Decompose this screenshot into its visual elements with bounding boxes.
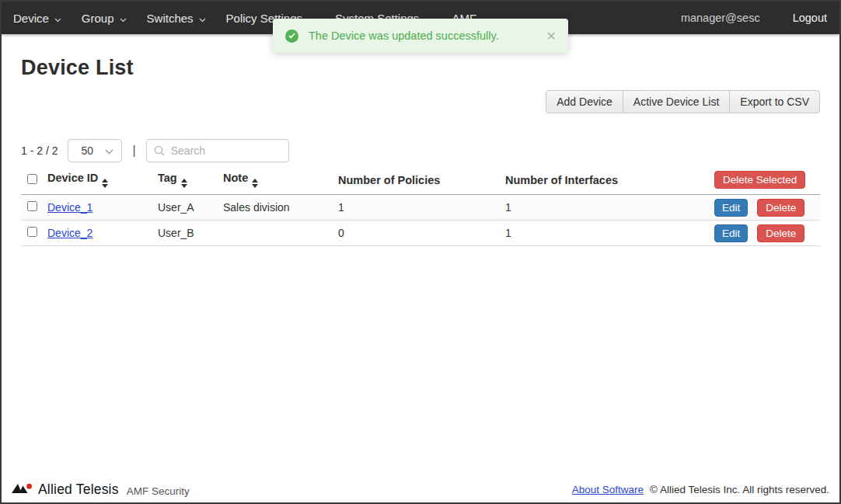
check-circle-icon — [285, 30, 298, 43]
tag-cell: User_B — [158, 221, 223, 246]
close-icon[interactable]: × — [546, 28, 556, 43]
column-label: Tag — [158, 172, 177, 184]
column-header-policies: Number of Policies — [338, 168, 505, 195]
device-table: Device ID Tag Note Number of Policies Nu… — [21, 168, 820, 246]
sort-icon — [102, 179, 108, 188]
delete-selected-button[interactable]: Delete Selected — [714, 171, 805, 189]
add-device-button[interactable]: Add Device — [546, 90, 623, 113]
search-input[interactable] — [146, 139, 289, 162]
column-label: Number of Policies — [338, 174, 440, 186]
nav-item-device[interactable]: Device — [3, 2, 72, 34]
device-link[interactable]: Device_2 — [47, 227, 92, 239]
result-range-label: 1 - 2 / 2 — [21, 144, 58, 157]
column-header-tag[interactable]: Tag — [158, 168, 223, 195]
column-label: Device ID — [47, 172, 98, 184]
chevron-down-icon — [120, 12, 127, 25]
sort-icon — [181, 179, 187, 188]
note-cell — [223, 221, 338, 246]
edit-button[interactable]: Edit — [714, 199, 748, 217]
brand-name: Allied Telesis — [38, 481, 119, 498]
active-device-list-button[interactable]: Active Device List — [623, 90, 730, 113]
toast-message: The Device was updated successfully. — [309, 30, 499, 42]
about-software-link[interactable]: About Software — [572, 484, 644, 495]
logged-in-user: manager@sesc — [681, 12, 760, 24]
page-size-select[interactable]: 50 — [68, 139, 122, 162]
chevron-down-icon — [199, 12, 206, 25]
toolbar: Add Device Active Device List Export to … — [21, 90, 820, 113]
column-label: Note — [223, 172, 248, 184]
nav-item-label: Group — [82, 12, 114, 25]
sort-icon — [252, 179, 258, 188]
nav-item-group[interactable]: Group — [72, 2, 137, 34]
list-controls: 1 - 2 / 2 50 | — [21, 139, 820, 162]
policies-cell: 1 — [338, 195, 505, 221]
nav-item-switches[interactable]: Switches — [137, 2, 216, 34]
nav-item-label: Device — [13, 12, 49, 25]
select-all-checkbox[interactable] — [27, 174, 37, 184]
page-title: Device List — [21, 56, 820, 80]
tag-cell: User_A — [158, 195, 223, 221]
chevron-down-icon — [54, 12, 61, 25]
table-row: Device_1 User_A Sales division 1 1 EditD… — [21, 195, 820, 221]
column-header-note[interactable]: Note — [223, 168, 338, 195]
export-to-csv-button[interactable]: Export to CSV — [729, 90, 820, 113]
column-label: Number of Interfaces — [505, 174, 618, 186]
policies-cell: 0 — [338, 221, 505, 246]
copyright-text: © Allied Telesis Inc. All rights reserve… — [650, 484, 829, 495]
product-name: AMF Security — [127, 485, 190, 497]
logout-link[interactable]: Logout — [793, 12, 827, 24]
chevron-down-icon — [105, 144, 113, 158]
column-header-device-id[interactable]: Device ID — [47, 168, 158, 195]
interfaces-cell: 1 — [505, 221, 672, 246]
note-cell: Sales division — [223, 195, 338, 221]
table-row: Device_2 User_B 0 1 EditDelete — [21, 221, 820, 246]
interfaces-cell: 1 — [505, 195, 672, 221]
device-link[interactable]: Device_1 — [47, 201, 92, 214]
controls-divider: | — [131, 144, 137, 158]
delete-button[interactable]: Delete — [757, 224, 804, 242]
delete-button[interactable]: Delete — [757, 199, 804, 217]
table-header-row: Device ID Tag Note Number of Policies Nu… — [21, 168, 820, 195]
edit-button[interactable]: Edit — [714, 224, 748, 242]
nav-item-label: Switches — [147, 12, 194, 25]
allied-telesis-logo-icon — [12, 481, 33, 498]
row-checkbox[interactable] — [27, 227, 37, 237]
row-checkbox[interactable] — [27, 201, 37, 211]
success-toast: The Device was updated successfully. × — [273, 19, 568, 53]
footer: Allied Telesis AMF Security About Softwa… — [2, 477, 839, 502]
column-header-interfaces: Number of Interfaces — [505, 168, 672, 195]
page-size-value: 50 — [81, 144, 93, 157]
